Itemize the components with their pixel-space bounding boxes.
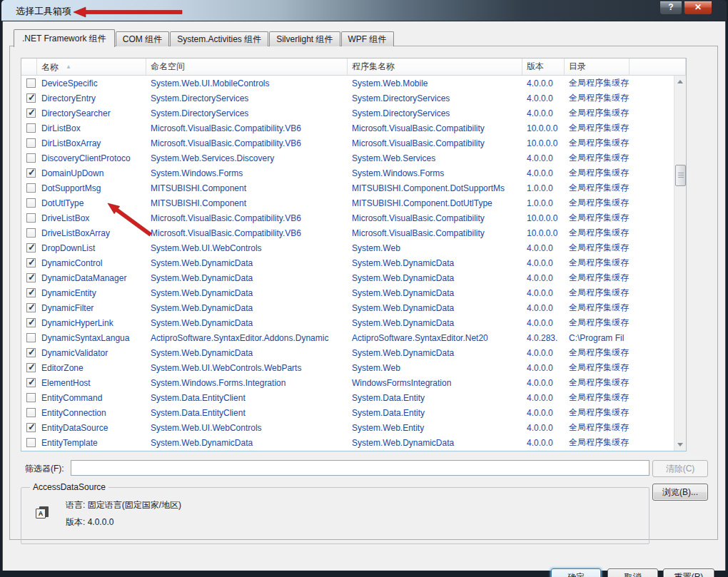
vertical-scrollbar[interactable] [674, 76, 686, 451]
cell-assembly: System.Web.DynamicData [348, 318, 522, 328]
row-checkbox[interactable] [26, 258, 36, 267]
row-checkbox[interactable] [26, 168, 36, 178]
table-row[interactable]: DynamicDataManagerSystem.Web.DynamicData… [21, 270, 674, 285]
table-row[interactable]: EntityTemplateSystem.Web.DynamicDataSyst… [21, 435, 674, 450]
cell-directory: 全局程序集缓存 [565, 302, 630, 314]
table-row[interactable]: DynamicHyperLinkSystem.Web.DynamicDataSy… [21, 315, 674, 330]
cell-directory: 全局程序集缓存 [565, 317, 630, 329]
row-checkbox[interactable] [26, 393, 36, 402]
scroll-up-icon[interactable] [674, 76, 687, 88]
table-row[interactable]: DriveListBoxMicrosoft.VisualBasic.Compat… [21, 210, 674, 225]
cell-assembly: System.Web.DynamicData [348, 348, 522, 358]
browse-button[interactable]: 浏览(B)... [652, 484, 708, 501]
cell-assembly: System.DirectoryServices [348, 93, 522, 103]
row-checkbox[interactable] [26, 348, 36, 357]
row-checkbox[interactable] [26, 108, 36, 118]
row-checkbox[interactable] [26, 408, 36, 417]
selected-component-name: AccessDataSource [30, 482, 108, 492]
cell-assembly: System.Web.Services [348, 153, 522, 163]
table-row[interactable]: EditorZoneSystem.Web.UI.WebControls.WebP… [21, 360, 674, 375]
tab-page: 名称▲ 命名空间 程序集名称 版本 目录 DeviceSpecificSyste… [9, 46, 718, 540]
tab-com[interactable]: COM 组件 [116, 31, 169, 46]
table-row[interactable]: DynamicValidatorSystem.Web.DynamicDataSy… [21, 345, 674, 360]
table-row[interactable]: DriveListBoxArrayMicrosoft.VisualBasic.C… [21, 225, 674, 240]
header-namespace[interactable]: 命名空间 [146, 58, 348, 75]
row-checkbox[interactable] [26, 123, 36, 133]
table-row[interactable]: EntityDataSourceSystem.Web.UI.WebControl… [21, 420, 674, 435]
filter-input[interactable] [71, 460, 649, 476]
table-row[interactable]: DynamicControlSystem.Web.DynamicDataSyst… [21, 255, 674, 270]
tab-wpf[interactable]: WPF 组件 [341, 31, 394, 46]
row-checkbox[interactable] [26, 153, 36, 163]
row-checkbox[interactable] [26, 378, 36, 387]
tab-system-activities[interactable]: System.Activities 组件 [170, 31, 268, 46]
cell-name: DeviceSpecific [37, 78, 146, 88]
row-checkbox[interactable] [26, 438, 36, 447]
table-row[interactable]: DomainUpDownSystem.Windows.FormsSystem.W… [21, 165, 674, 180]
cell-directory: 全局程序集缓存 [565, 272, 630, 284]
table-row[interactable]: ElementHostSystem.Windows.Forms.Integrat… [21, 375, 674, 390]
row-checkbox[interactable] [26, 183, 36, 193]
row-checkbox[interactable] [26, 423, 36, 432]
row-checkbox[interactable] [26, 303, 36, 312]
reset-button[interactable]: 重置(R) [663, 568, 714, 577]
table-row[interactable]: DirectorySearcherSystem.DirectoryService… [21, 106, 674, 121]
cell-directory: 全局程序集缓存 [565, 422, 630, 434]
table-row[interactable]: DynamicFilterSystem.Web.DynamicDataSyste… [21, 300, 674, 315]
cell-assembly: System.Data.Entity [348, 393, 522, 403]
scroll-down-icon[interactable] [674, 439, 687, 451]
row-checkbox[interactable] [26, 333, 36, 342]
table-row[interactable]: EntityConnectionSystem.Data.EntityClient… [21, 405, 674, 420]
cell-directory: 全局程序集缓存 [565, 392, 630, 404]
header-directory[interactable]: 目录 [565, 58, 630, 75]
cell-version: 4.0.0.0 [522, 78, 565, 88]
cell-directory: 全局程序集缓存 [565, 407, 630, 419]
cell-version: 4.0.0.0 [522, 378, 565, 388]
table-row[interactable]: DotSupportMsgMITSUBISHI.ComponentMITSUBI… [21, 180, 674, 195]
close-icon[interactable]: ✕ [684, 1, 712, 15]
table-row[interactable]: DirListBoxArrayMicrosoft.VisualBasic.Com… [21, 136, 674, 150]
help-icon[interactable]: ? [659, 1, 682, 15]
row-checkbox[interactable] [26, 198, 36, 208]
row-checkbox[interactable] [26, 213, 36, 223]
cell-namespace: MITSUBISHI.Component [146, 183, 348, 193]
tab-silverlight[interactable]: Silverlight 组件 [269, 31, 340, 46]
row-checkbox[interactable] [26, 228, 36, 238]
row-checkbox[interactable] [26, 243, 36, 252]
row-checkbox[interactable] [26, 138, 36, 148]
titlebar[interactable]: 选择工具箱项 ? ✕ [1, 0, 727, 21]
header-assembly[interactable]: 程序集名称 [348, 58, 522, 75]
ok-button[interactable]: 确定 [551, 568, 601, 577]
cell-namespace: System.Web.DynamicData [146, 258, 348, 268]
checkbox-cell [21, 408, 37, 417]
cell-namespace: MITSUBISHI.Component [146, 198, 348, 208]
table-row[interactable]: DotUtlTypeMITSUBISHI.ComponentMITSUBISHI… [21, 195, 674, 210]
table-row[interactable]: DynamicSyntaxLanguaActiproSoftware.Synta… [21, 330, 674, 345]
table-row[interactable]: DynamicEntitySystem.Web.DynamicDataSyste… [21, 285, 674, 300]
row-checkbox[interactable] [26, 363, 36, 372]
row-checkbox[interactable] [26, 78, 36, 88]
cell-namespace: Microsoft.VisualBasic.Compatibility.VB6 [146, 213, 348, 223]
table-row[interactable]: DiscoveryClientProtocoSystem.Web.Service… [21, 150, 674, 165]
row-checkbox[interactable] [26, 318, 36, 327]
table-row[interactable]: DeviceSpecificSystem.Web.UI.MobileContro… [21, 76, 674, 91]
header-name[interactable]: 名称▲ [37, 58, 146, 75]
scrollbar-thumb[interactable] [675, 165, 686, 186]
row-checkbox[interactable] [26, 273, 36, 282]
cancel-button[interactable]: 取消 [607, 568, 658, 577]
cell-version: 4.0.0.0 [522, 153, 565, 163]
table-row[interactable]: DirectoryEntrySystem.DirectoryServicesSy… [21, 91, 674, 106]
header-blank [630, 58, 686, 75]
row-checkbox[interactable] [26, 288, 36, 297]
row-checkbox[interactable] [26, 93, 36, 103]
header-version[interactable]: 版本 [522, 58, 565, 75]
table-row[interactable]: EntityCommandSystem.Data.EntityClientSys… [21, 390, 674, 405]
tab-net-framework[interactable]: .NET Framework 组件 [14, 29, 115, 47]
table-row[interactable]: DirListBoxMicrosoft.VisualBasic.Compatib… [21, 121, 674, 136]
table-row[interactable]: DropDownListSystem.Web.UI.WebControlsSys… [21, 240, 674, 255]
cell-namespace: System.Web.DynamicData [146, 318, 348, 328]
cell-name: DynamicEntity [37, 288, 146, 298]
cell-assembly: Microsoft.VisualBasic.Compatibility [348, 138, 522, 148]
cell-version: 4.0.0.0 [522, 243, 565, 253]
header-checkbox-col[interactable] [21, 58, 37, 75]
